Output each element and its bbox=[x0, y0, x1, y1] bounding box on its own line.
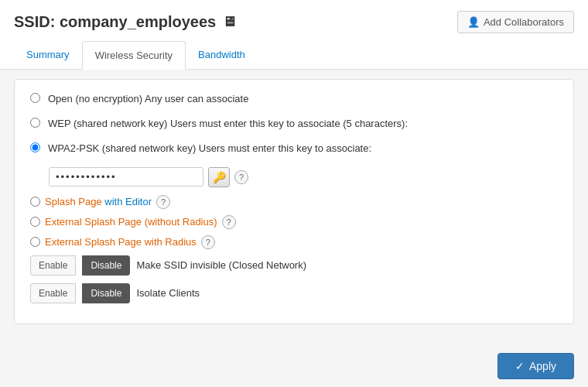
password-row: 🔑 ? bbox=[49, 167, 558, 187]
ssid-title: SSID: company_employees bbox=[14, 13, 216, 31]
label-external-radius: External Splash Page with Radius bbox=[45, 236, 197, 248]
enable-isolate-button[interactable]: Enable bbox=[30, 283, 76, 303]
label-wep: WEP (shared network key) Users must ente… bbox=[48, 117, 408, 131]
label-open: Open (no encryption) Any user can associ… bbox=[48, 92, 248, 106]
person-icon: 👤 bbox=[467, 16, 480, 28]
label-wpa2psk: WPA2-PSK (shared network key) Users must… bbox=[48, 142, 371, 156]
tab-wireless-security[interactable]: Wireless Security bbox=[82, 41, 186, 70]
apply-button[interactable]: ✓ Apply bbox=[497, 353, 574, 379]
label-external-no-radius: External Splash Page (without Radius) bbox=[45, 216, 217, 228]
tabs-bar: Summary Wireless Security Bandwidth bbox=[0, 41, 588, 70]
label-isolate: Isolate Clients bbox=[136, 287, 200, 299]
label-invisible: Make SSID invisible (Closed Network) bbox=[136, 259, 306, 271]
add-collaborators-button[interactable]: 👤 Add Collaborators bbox=[457, 11, 574, 33]
radio-wep[interactable] bbox=[30, 118, 40, 128]
radio-external-radius[interactable] bbox=[30, 237, 40, 247]
enable-invisible-button[interactable]: Enable bbox=[30, 255, 76, 276]
option-wep: WEP (shared network key) Users must ente… bbox=[30, 117, 558, 131]
radio-open[interactable] bbox=[30, 93, 40, 103]
content-area: Open (no encryption) Any user can associ… bbox=[0, 70, 588, 345]
option-open: Open (no encryption) Any user can associ… bbox=[30, 92, 558, 106]
page-title: SSID: company_employees 🖥 bbox=[14, 13, 236, 31]
password-input[interactable] bbox=[49, 167, 203, 187]
checkmark-icon: ✓ bbox=[515, 360, 525, 372]
toggle-invisible: Enable Disable Make SSID invisible (Clos… bbox=[30, 255, 558, 276]
help-icon-external-no-radius[interactable]: ? bbox=[222, 215, 236, 229]
tab-bandwidth[interactable]: Bandwidth bbox=[186, 41, 258, 70]
key-button[interactable]: 🔑 bbox=[208, 167, 230, 187]
help-icon-external-radius[interactable]: ? bbox=[201, 235, 215, 249]
key-icon: 🔑 bbox=[213, 171, 226, 183]
radio-wpa2psk[interactable] bbox=[30, 142, 40, 152]
radio-splash-editor[interactable] bbox=[30, 197, 40, 207]
option-splash-editor: Splash Page with Editor ? bbox=[30, 195, 558, 209]
footer: ✓ Apply bbox=[0, 345, 588, 387]
tab-summary[interactable]: Summary bbox=[14, 41, 82, 70]
help-icon-password[interactable]: ? bbox=[234, 170, 248, 184]
help-icon-splash-editor[interactable]: ? bbox=[156, 195, 170, 209]
disable-isolate-button[interactable]: Disable bbox=[82, 283, 130, 303]
toggle-isolate: Enable Disable Isolate Clients bbox=[30, 283, 558, 303]
label-splash-editor: Splash Page with Editor bbox=[45, 196, 152, 207]
header: SSID: company_employees 🖥 👤 Add Collabor… bbox=[0, 0, 588, 41]
option-external-splash-no-radius: External Splash Page (without Radius) ? bbox=[30, 215, 558, 229]
monitor-icon: 🖥 bbox=[222, 14, 236, 30]
page-wrapper: SSID: company_employees 🖥 👤 Add Collabor… bbox=[0, 0, 588, 387]
security-card: Open (no encryption) Any user can associ… bbox=[14, 79, 574, 324]
option-external-splash-radius: External Splash Page with Radius ? bbox=[30, 235, 558, 249]
apply-label: Apply bbox=[529, 360, 556, 372]
add-collaborators-label: Add Collaborators bbox=[484, 16, 564, 28]
disable-invisible-button[interactable]: Disable bbox=[82, 255, 130, 276]
option-wpa2psk: WPA2-PSK (shared network key) Users must… bbox=[30, 142, 558, 156]
radio-external-no-radius[interactable] bbox=[30, 217, 40, 227]
